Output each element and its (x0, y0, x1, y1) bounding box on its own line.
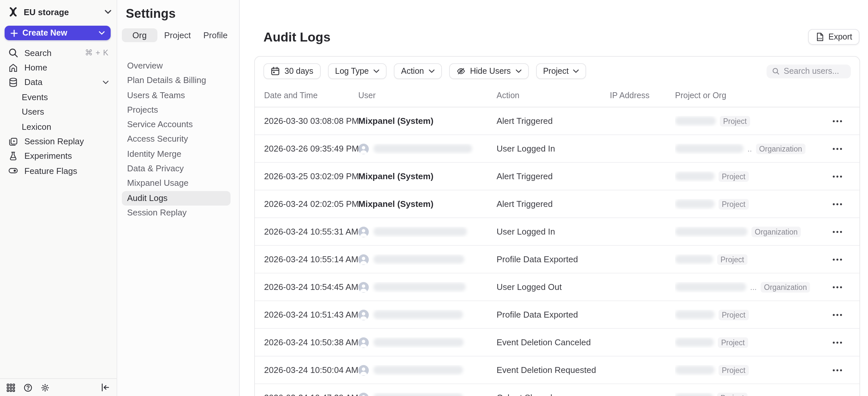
table-row[interactable]: 2026-03-24 10:50:38 AM PDTEvent Deletion… (255, 329, 860, 357)
settings-nav-item-session-replay[interactable]: Session Replay (122, 206, 230, 220)
sidebar-item-search[interactable]: Search⌘ + K (0, 45, 117, 60)
redacted-user-email (373, 366, 463, 374)
sidebar-item-home[interactable]: Home (0, 60, 117, 75)
table-row[interactable]: 2026-03-24 10:55:31 AM PDTUser Logged In… (255, 218, 860, 246)
cell-date: 2026-03-24 10:51:43 AM PDT (264, 310, 358, 319)
search-users-input[interactable] (784, 66, 846, 76)
apps-grid-icon[interactable] (7, 383, 15, 392)
sidebar-item-label: Lexicon (22, 122, 51, 131)
tab-project[interactable]: Project (160, 28, 195, 42)
row-menu-button[interactable] (831, 366, 843, 374)
create-new-button[interactable]: Create New (5, 26, 111, 40)
row-menu-button[interactable] (831, 227, 843, 236)
table-row[interactable]: 2026-03-26 09:35:49 PM PDTUser Logged In… (255, 135, 860, 163)
table-row[interactable]: 2026-03-24 10:47:29 AM PDTCohort SharedP… (255, 384, 860, 396)
sidebar: EU storage Create New Search⌘ + KHomeDat… (0, 0, 117, 396)
cell-user (358, 309, 497, 320)
sidebar-item-session-replay[interactable]: Session Replay (0, 134, 117, 149)
redacted-project-name (675, 393, 713, 396)
row-menu-button[interactable] (831, 311, 843, 318)
cell-action: Event Deletion Requested (497, 365, 610, 375)
cell-menu (824, 117, 850, 125)
scope-badge: Organization (761, 282, 810, 292)
table-header: Date and TimeUserActionIP AddressProject… (255, 84, 860, 108)
chevron-down-icon (373, 69, 379, 73)
cell-date: 2026-03-24 10:50:04 AM PDT (264, 365, 358, 375)
collapse-sidebar-icon[interactable] (101, 383, 110, 392)
settings-nav-item-data-privacy[interactable]: Data & Privacy (122, 161, 230, 176)
table-row[interactable]: 2026-03-24 10:54:45 AM PDTUser Logged Ou… (255, 273, 860, 301)
search-icon (8, 48, 19, 58)
search-icon (772, 67, 780, 75)
row-menu-button[interactable] (831, 117, 843, 125)
org-switcher[interactable]: EU storage (8, 4, 111, 20)
sidebar-item-data[interactable]: Data (0, 75, 117, 90)
row-menu-button[interactable] (831, 338, 843, 346)
redacted-organization-name (675, 144, 744, 153)
gear-icon[interactable] (41, 383, 50, 392)
table-row[interactable]: 2026-03-24 10:51:43 AM PDTProfile Data E… (255, 301, 860, 329)
tab-profile[interactable]: Profile (198, 28, 233, 42)
page-title: Audit Logs (264, 29, 331, 44)
hide-users-filter[interactable]: Hide Users (449, 63, 528, 79)
sidebar-item-events[interactable]: Events (0, 90, 117, 104)
sidebar-item-lexicon[interactable]: Lexicon (0, 119, 117, 134)
settings-nav-item-mixpanel-usage[interactable]: Mixpanel Usage (122, 176, 230, 191)
cell-menu (824, 283, 850, 291)
cell-date: 2026-03-24 10:50:38 AM PDT (264, 337, 358, 347)
table-row[interactable]: 2026-03-24 10:55:14 AM PDTProfile Data E… (255, 246, 860, 273)
table-row[interactable]: 2026-03-24 10:50:04 AM PDTEvent Deletion… (255, 357, 860, 384)
table-row[interactable]: 2026-03-25 03:02:09 PM PDTMixpanel (Syst… (255, 163, 860, 190)
scope-badge: Project (718, 309, 749, 320)
action-filter[interactable]: Action (394, 63, 442, 79)
redacted-project-name (675, 310, 715, 319)
settings-nav-item-overview[interactable]: Overview (122, 59, 230, 73)
create-new-label: Create New (22, 28, 94, 37)
table-row[interactable]: 2026-03-30 03:08:08 PM PDTMixpanel (Syst… (255, 108, 860, 135)
sidebar-item-users[interactable]: Users (0, 104, 117, 119)
settings-nav-item-identity-merge[interactable]: Identity Merge (122, 147, 230, 162)
main-content: Audit Logs csv Export 30 days Log Type (240, 0, 868, 396)
truncation-ellipsis: ... (750, 282, 757, 292)
chevron-down-icon (428, 69, 434, 73)
sidebar-item-label: Session Replay (24, 136, 84, 146)
cell-project-or-org: Organization (675, 226, 824, 237)
cell-menu (824, 311, 850, 318)
row-menu-button[interactable] (831, 200, 843, 208)
redacted-project-name (675, 117, 716, 125)
column-header-ip-address: IP Address (610, 91, 675, 100)
settings-nav-item-users-teams[interactable]: Users & Teams (122, 88, 230, 103)
project-filter-label: Project (543, 66, 569, 76)
cell-date: 2026-03-24 10:55:31 AM PDT (264, 227, 358, 237)
sidebar-item-experiments[interactable]: Experiments (0, 149, 117, 163)
plus-icon (10, 29, 18, 37)
project-filter[interactable]: Project (536, 63, 586, 79)
settings-tabs: OrgProjectProfile (122, 28, 233, 42)
cell-project-or-org: Project (675, 254, 824, 265)
sidebar-item-label: Data (24, 78, 42, 87)
date-range-filter[interactable]: 30 days (264, 63, 321, 79)
settings-nav-item-plan-details-billing[interactable]: Plan Details & Billing (122, 73, 230, 88)
help-icon[interactable] (24, 383, 32, 392)
row-menu-button[interactable] (831, 145, 843, 153)
cell-project-or-org: Project (675, 199, 824, 209)
log-type-filter[interactable]: Log Type (328, 63, 386, 79)
sidebar-footer (0, 378, 117, 396)
row-menu-button[interactable] (831, 394, 843, 396)
settings-nav-item-access-security[interactable]: Access Security (122, 132, 230, 147)
table-row[interactable]: 2026-03-24 02:02:05 PM PDTMixpanel (Syst… (255, 190, 860, 218)
cell-date: 2026-03-24 10:54:45 AM PDT (264, 282, 358, 292)
export-button[interactable]: csv Export (808, 29, 860, 45)
cell-user: Mixpanel (System) (358, 116, 497, 126)
row-menu-button[interactable] (831, 255, 843, 263)
date-range-label: 30 days (284, 66, 313, 76)
settings-nav-item-projects[interactable]: Projects (122, 103, 230, 118)
tab-org[interactable]: Org (122, 28, 157, 42)
settings-nav-item-service-accounts[interactable]: Service Accounts (122, 117, 230, 132)
redacted-project-name (675, 200, 715, 208)
settings-nav-item-audit-logs[interactable]: Audit Logs (122, 191, 230, 206)
cell-user (358, 143, 497, 154)
row-menu-button[interactable] (831, 172, 843, 180)
row-menu-button[interactable] (831, 283, 843, 291)
sidebar-item-feature-flags[interactable]: Feature Flags (0, 163, 117, 178)
